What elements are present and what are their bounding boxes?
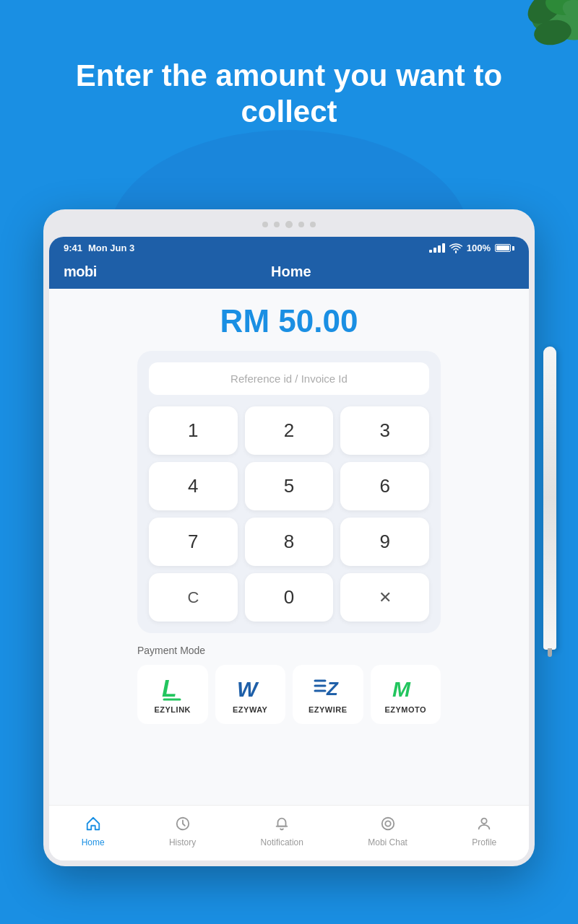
status-bar: 9:41 Mon Jun 3 100% [49, 237, 529, 259]
numpad-btn-clear[interactable]: C [149, 573, 238, 622]
camera-dot [274, 222, 280, 227]
reference-input[interactable]: Reference id / Invoice Id [149, 362, 429, 395]
mobi-chat-icon [380, 816, 396, 835]
numpad-btn-3[interactable]: 3 [340, 406, 429, 455]
camera-lens [285, 221, 293, 228]
payment-options: L EZYLINK W EZYWAY [137, 665, 441, 724]
signal-bar-4 [442, 243, 445, 253]
date-display: Mon Jun 3 [88, 243, 134, 253]
nav-item-history[interactable]: History [162, 813, 203, 850]
nav-item-profile[interactable]: Profile [465, 813, 504, 850]
numpad-btn-2[interactable]: 2 [245, 406, 334, 455]
device-frame: 9:41 Mon Jun 3 100% [43, 209, 535, 866]
payment-section: Payment Mode L EZYLINK [137, 645, 441, 724]
nav-label-home: Home [82, 837, 105, 847]
status-left: 9:41 Mon Jun 3 [64, 243, 134, 253]
app-header: mobi Home [49, 259, 529, 289]
numpad-grid: 1 2 3 4 5 6 7 8 9 C 0 ✕ [149, 406, 429, 622]
time-display: 9:41 [64, 243, 82, 253]
svg-text:Z: Z [326, 678, 339, 699]
nav-label-notification: Notification [261, 837, 303, 847]
svg-point-15 [381, 818, 394, 830]
nav-label-profile: Profile [472, 837, 496, 847]
numpad-btn-7[interactable]: 7 [149, 518, 238, 566]
stylus [543, 346, 556, 650]
page-header-text: Enter the amount you want to collect [0, 58, 578, 131]
numpad-btn-0[interactable]: 0 [245, 573, 334, 622]
numpad-btn-6[interactable]: 6 [340, 462, 429, 510]
svg-text:L: L [162, 674, 177, 702]
numpad-btn-5[interactable]: 5 [245, 462, 334, 510]
numpad-btn-9[interactable]: 9 [340, 518, 429, 566]
camera-dot [262, 222, 268, 227]
battery-percent: 100% [467, 243, 491, 253]
app-title: Home [271, 263, 311, 280]
camera-dot [310, 222, 316, 227]
nav-item-home[interactable]: Home [74, 813, 112, 850]
svg-text:W: W [237, 677, 259, 701]
camera-dot [298, 222, 304, 227]
ezyway-name: EZYWAY [233, 705, 267, 714]
svg-point-17 [482, 819, 487, 824]
main-content: RM 50.00 Reference id / Invoice Id 1 2 3… [49, 289, 529, 805]
home-icon [85, 816, 101, 835]
svg-text:M: M [392, 677, 411, 701]
ezylink-logo: L [158, 675, 187, 701]
notification-icon [274, 816, 290, 835]
ezylink-name: EZYLINK [154, 705, 191, 714]
screen: 9:41 Mon Jun 3 100% [49, 237, 529, 860]
payment-mode-label: Payment Mode [137, 645, 441, 656]
signal-bar-1 [429, 250, 432, 253]
numpad-container: Reference id / Invoice Id 1 2 3 4 5 6 7 … [137, 351, 441, 633]
ezymoto-svg: M [391, 674, 420, 702]
history-icon [175, 816, 191, 835]
battery-fill [496, 245, 509, 250]
nav-item-mobi-chat[interactable]: Mobi Chat [361, 813, 415, 850]
nav-item-notification[interactable]: Notification [254, 813, 311, 850]
wifi-icon [449, 243, 462, 253]
nav-label-mobi-chat: Mobi Chat [368, 837, 407, 847]
ezymoto-logo: M [391, 675, 420, 701]
ezyway-svg: W [236, 674, 264, 702]
ezyway-logo: W [236, 675, 264, 701]
app-logo: mobi [64, 263, 97, 280]
ezywire-logo: Z [312, 675, 344, 701]
signal-bar-3 [438, 245, 441, 253]
signal-bars [429, 243, 445, 253]
ezywire-svg: Z [312, 674, 344, 702]
battery-icon [495, 244, 514, 252]
bottom-nav: Home History [49, 805, 529, 860]
ezymoto-name: EZYMOTO [384, 705, 426, 714]
camera-dots [262, 221, 316, 228]
payment-option-ezyway[interactable]: W EZYWAY [215, 665, 286, 724]
ezywire-name: EZYWIRE [309, 705, 348, 714]
battery-tip [512, 246, 514, 250]
numpad-btn-backspace[interactable]: ✕ [340, 573, 429, 622]
profile-icon [476, 816, 492, 835]
numpad-btn-4[interactable]: 4 [149, 462, 238, 510]
numpad-btn-8[interactable]: 8 [245, 518, 334, 566]
payment-option-ezymoto[interactable]: M EZYMOTO [371, 665, 441, 724]
payment-option-ezywire[interactable]: Z EZYWIRE [293, 665, 363, 724]
ezylink-svg: L [158, 674, 187, 702]
nav-label-history: History [169, 837, 196, 847]
amount-display: RM 50.00 [220, 303, 358, 339]
status-right: 100% [429, 243, 514, 253]
signal-bar-2 [434, 248, 436, 253]
payment-option-ezylink[interactable]: L EZYLINK [137, 665, 208, 724]
numpad-btn-1[interactable]: 1 [149, 406, 238, 455]
svg-point-16 [385, 821, 390, 826]
